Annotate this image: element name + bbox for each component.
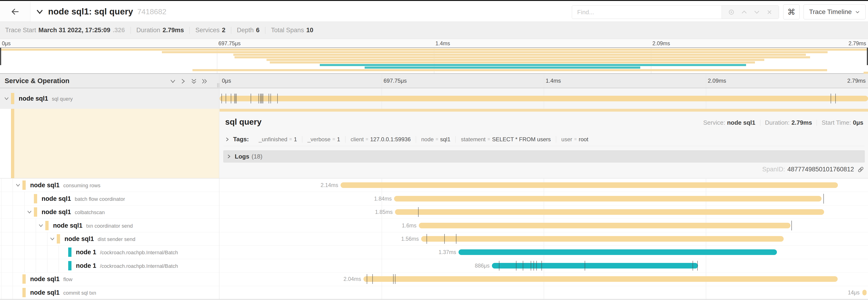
log-tick bbox=[221, 94, 222, 103]
minimap-span bbox=[270, 61, 755, 64]
view-selector-button[interactable]: Trace Timeline bbox=[804, 4, 866, 20]
minimap-tick-1: 697.75μs bbox=[218, 40, 241, 47]
span-row-internal-batch-1[interactable]: node 1/cockroach.roachpb.Internal/Batch … bbox=[0, 245, 868, 259]
timeline-cell[interactable]: 886μs bbox=[220, 259, 868, 272]
tags-toggle-row[interactable]: Tags: _unfinished=1 _verbose=1 client=12… bbox=[223, 133, 864, 146]
expand-all-icon[interactable] bbox=[201, 78, 208, 85]
indent-guide bbox=[24, 192, 25, 205]
span-bar[interactable] bbox=[394, 196, 822, 202]
span-rows: node sql1consuming rows 2.14ms node sql1… bbox=[0, 178, 868, 299]
log-tick bbox=[395, 274, 396, 284]
timeline-cell[interactable]: 1.37ms bbox=[220, 246, 868, 259]
indent-guide bbox=[47, 246, 48, 259]
minimap-scrubber-left[interactable] bbox=[0, 48, 1, 65]
span-service-operation: node sql1dist sender send bbox=[64, 235, 135, 242]
tree-cell[interactable]: node sql1txn coordinator send bbox=[0, 219, 220, 232]
span-row-sql-query[interactable]: node sql1sql query bbox=[0, 88, 868, 109]
span-bar[interactable] bbox=[220, 96, 868, 101]
minimap-scrubber-right[interactable] bbox=[867, 48, 868, 65]
chevron-down-icon[interactable] bbox=[50, 236, 55, 242]
chevron-down-icon[interactable] bbox=[4, 96, 9, 101]
span-bar[interactable] bbox=[419, 223, 790, 228]
log-tick bbox=[541, 261, 542, 271]
timeline-cell[interactable]: 1.56ms bbox=[220, 232, 868, 245]
span-bar[interactable] bbox=[395, 209, 824, 215]
span-bar[interactable] bbox=[862, 290, 867, 295]
chevron-down-icon[interactable] bbox=[38, 223, 44, 228]
minimap-span bbox=[234, 54, 806, 56]
axis-tick-4: 2.79ms bbox=[847, 77, 866, 84]
command-icon: ⌘ bbox=[787, 7, 795, 16]
span-bar[interactable] bbox=[341, 182, 838, 188]
keyboard-shortcuts-button[interactable]: ⌘ bbox=[783, 4, 800, 20]
span-bar[interactable] bbox=[459, 249, 777, 255]
timeline-cell[interactable]: 2.04ms bbox=[220, 272, 868, 285]
tree-cell[interactable]: node 1/cockroach.roachpb.Internal/Batch bbox=[0, 259, 220, 272]
indent-guide bbox=[12, 219, 13, 232]
total-spans-value: 10 bbox=[306, 27, 313, 34]
tag-item: user=root bbox=[556, 136, 593, 143]
tree-cell[interactable]: node sql1dist sender send bbox=[0, 232, 220, 245]
indent-guide bbox=[24, 232, 25, 245]
tree-cell[interactable]: node sql1consuming rows bbox=[0, 179, 220, 192]
indent-guide bbox=[59, 259, 59, 272]
span-row-txn-coordinator-send[interactable]: node sql1txn coordinator send 1.6ms bbox=[0, 218, 868, 232]
collapse-all-icon[interactable] bbox=[191, 78, 197, 85]
timeline-cell[interactable]: 2.14ms bbox=[220, 179, 868, 192]
tree-cell[interactable]: node sql1flow bbox=[0, 272, 220, 285]
span-row-dist-sender-send[interactable]: node sql1dist sender send 1.56ms bbox=[0, 232, 868, 245]
trace-minimap[interactable] bbox=[0, 47, 868, 74]
column-resizer-grip[interactable] bbox=[217, 83, 219, 87]
tree-cell[interactable]: node sql1colbatchscan bbox=[0, 205, 220, 218]
trace-collapse-chevron-icon[interactable] bbox=[35, 7, 44, 16]
span-row-commit-sql-txn[interactable]: node sql1commit sql txn 14μs bbox=[0, 286, 868, 299]
indent-guide bbox=[1, 179, 1, 192]
chevron-down-icon[interactable] bbox=[15, 182, 21, 188]
depth-value: 6 bbox=[256, 27, 259, 34]
span-bar[interactable] bbox=[421, 236, 784, 242]
chevron-down-icon[interactable] bbox=[27, 209, 32, 215]
back-button[interactable] bbox=[0, 2, 30, 22]
locate-icon[interactable] bbox=[728, 9, 735, 15]
minimap-span bbox=[365, 67, 640, 69]
deep-link-icon[interactable] bbox=[857, 166, 864, 173]
timeline-cell[interactable]: 14μs bbox=[220, 286, 868, 299]
span-service-operation: node sql1consuming rows bbox=[30, 182, 100, 189]
span-row-consuming-rows[interactable]: node sql1consuming rows 2.14ms bbox=[0, 178, 868, 192]
span-duration-label: 1.6ms bbox=[377, 222, 416, 229]
next-result-icon[interactable] bbox=[753, 9, 760, 15]
prev-result-icon[interactable] bbox=[741, 9, 748, 15]
timeline-cell[interactable] bbox=[220, 88, 868, 109]
axis-tick-2: 1.4ms bbox=[546, 77, 561, 84]
timeline-cell[interactable]: 1.84ms bbox=[220, 192, 868, 205]
timeline-cell[interactable]: 1.85ms bbox=[220, 205, 868, 218]
tree-cell[interactable]: node 1/cockroach.roachpb.Internal/Batch bbox=[0, 246, 220, 259]
span-row-colbatchscan[interactable]: node sql1colbatchscan 1.85ms bbox=[0, 205, 868, 218]
log-tick bbox=[697, 261, 698, 271]
span-service-operation: node 1/cockroach.roachpb.Internal/Batch bbox=[76, 249, 178, 256]
collapse-one-icon[interactable] bbox=[169, 78, 176, 85]
gridline bbox=[544, 74, 544, 88]
chevron-right-icon bbox=[225, 137, 230, 142]
logs-toggle-row[interactable]: Logs (18) bbox=[223, 150, 865, 163]
column-resizer[interactable] bbox=[219, 74, 219, 299]
span-row-internal-batch-2[interactable]: node 1/cockroach.roachpb.Internal/Batch … bbox=[0, 259, 868, 272]
timeline-cell[interactable]: 1.6ms bbox=[220, 219, 868, 232]
span-bar[interactable] bbox=[364, 276, 838, 282]
span-row-batch-flow-coordinator[interactable]: node sql1batch flow coordinator 1.84ms bbox=[0, 192, 868, 205]
tree-cell[interactable]: node sql1commit sql txn bbox=[0, 286, 220, 299]
minimap-span bbox=[267, 59, 764, 61]
start-time-label: Start Time: bbox=[822, 119, 851, 126]
log-tick bbox=[277, 94, 278, 103]
tree-cell[interactable]: node sql1sql query bbox=[0, 88, 220, 109]
span-row-flow[interactable]: node sql1flow 2.04ms bbox=[0, 272, 868, 285]
tree-cell[interactable]: node sql1batch flow coordinator bbox=[0, 192, 220, 205]
minimap-tick-2: 1.4ms bbox=[435, 40, 450, 47]
clear-find-icon[interactable] bbox=[766, 9, 773, 15]
indent-guide bbox=[1, 232, 1, 245]
expand-one-icon[interactable] bbox=[180, 78, 186, 85]
indent-guide bbox=[12, 272, 13, 285]
minimap-span bbox=[0, 48, 868, 50]
span-color-bar bbox=[57, 234, 60, 243]
find-input[interactable] bbox=[572, 6, 721, 19]
